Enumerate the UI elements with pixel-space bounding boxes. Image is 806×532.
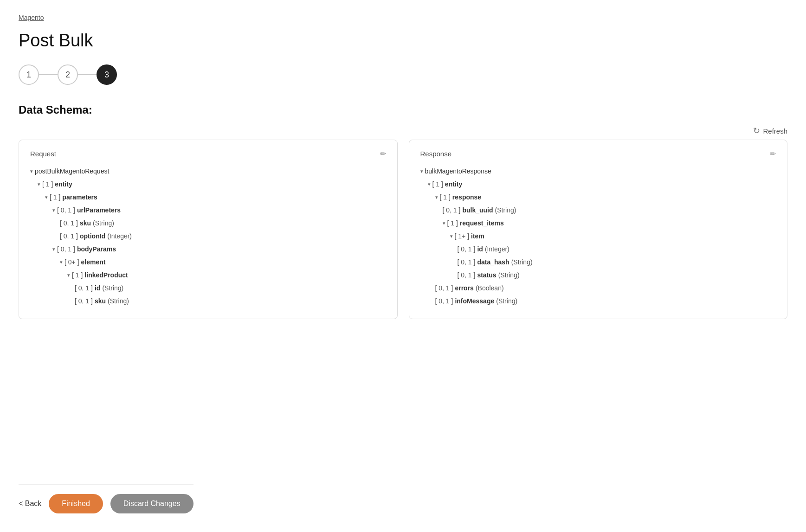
- discard-button[interactable]: Discard Changes: [110, 494, 193, 513]
- chevron-icon[interactable]: ▾: [45, 192, 48, 202]
- tree-row: ▾ [ 0+ ] element: [30, 256, 386, 269]
- step-1[interactable]: 1: [19, 64, 39, 85]
- chevron-icon[interactable]: ▾: [52, 244, 55, 254]
- refresh-icon: ↻: [753, 126, 760, 136]
- step-3[interactable]: 3: [97, 64, 117, 85]
- finished-button[interactable]: Finished: [49, 494, 103, 513]
- tree-row: [ 0, 1 ] infoMessage (String): [420, 295, 776, 308]
- response-edit-icon[interactable]: ✏: [770, 149, 776, 158]
- tree-row: ▾ [ 0, 1 ] bodyParams: [30, 243, 386, 256]
- request-edit-icon[interactable]: ✏: [380, 149, 386, 158]
- response-panel-header: Response ✏: [420, 149, 776, 158]
- tree-row: [ 0, 1 ] optionId (Integer): [30, 230, 386, 243]
- root-name: bulkMagentoResponse: [425, 165, 491, 178]
- tree-row: ▾ [ 1 ] parameters: [30, 191, 386, 204]
- chevron-icon[interactable]: ▾: [443, 218, 445, 228]
- tree-row: [ 0, 1 ] data_hash (String): [420, 256, 776, 269]
- chevron-icon[interactable]: ▾: [450, 231, 453, 241]
- tree-row: [ 0, 1 ] id (String): [30, 282, 386, 295]
- chevron-icon[interactable]: ▾: [428, 179, 431, 189]
- tree-row: ▾ [ 1 ] request_items: [420, 217, 776, 230]
- tree-row: ▾ [ 1 ] response: [420, 191, 776, 204]
- tree-row: [ 0, 1 ] sku (String): [30, 217, 386, 230]
- tree-row: ▾ [ 1 ] entity: [30, 178, 386, 191]
- chevron-icon[interactable]: ▾: [60, 257, 63, 267]
- step-line-2: [78, 74, 97, 75]
- chevron-icon[interactable]: ▾: [30, 166, 33, 176]
- footer: < Back Finished Discard Changes: [19, 484, 193, 513]
- breadcrumb[interactable]: Magento: [19, 14, 787, 21]
- tree-row: [ 0, 1 ] id (Integer): [420, 243, 776, 256]
- schema-panels: Request ✏ ▾ postBulkMagentoRequest ▾ [ 1…: [19, 140, 787, 319]
- tree-row: [ 0, 1 ] errors (Boolean): [420, 282, 776, 295]
- tree-row: ▾ postBulkMagentoRequest: [30, 165, 386, 178]
- response-label: Response: [420, 150, 452, 158]
- tree-row: [ 0, 1 ] status (String): [420, 269, 776, 282]
- stepper: 1 2 3: [19, 64, 787, 85]
- step-2[interactable]: 2: [58, 64, 78, 85]
- tree-row: [ 0, 1 ] bulk_uuid (String): [420, 204, 776, 217]
- request-tree: ▾ postBulkMagentoRequest ▾ [ 1 ] entity …: [30, 165, 386, 308]
- chevron-icon[interactable]: ▾: [38, 179, 40, 189]
- section-title: Data Schema:: [19, 103, 787, 116]
- tree-row: ▾ [ 1 ] linkedProduct: [30, 269, 386, 282]
- tree-row: ▾ [ 1+ ] item: [420, 230, 776, 243]
- request-panel-header: Request ✏: [30, 149, 386, 158]
- refresh-label: Refresh: [763, 127, 787, 135]
- chevron-icon[interactable]: ▾: [420, 166, 423, 176]
- root-name: postBulkMagentoRequest: [35, 165, 109, 178]
- page-title: Post Bulk: [19, 31, 787, 51]
- chevron-icon[interactable]: ▾: [67, 270, 70, 280]
- tree-row: ▾ bulkMagentoResponse: [420, 165, 776, 178]
- back-button[interactable]: < Back: [19, 500, 41, 508]
- response-panel: Response ✏ ▾ bulkMagentoResponse ▾ [ 1 ]…: [409, 140, 788, 319]
- tree-row: ▾ [ 1 ] entity: [420, 178, 776, 191]
- tree-row: ▾ [ 0, 1 ] urlParameters: [30, 204, 386, 217]
- chevron-icon[interactable]: ▾: [52, 205, 55, 215]
- response-tree: ▾ bulkMagentoResponse ▾ [ 1 ] entity ▾ […: [420, 165, 776, 308]
- chevron-icon[interactable]: ▾: [435, 192, 438, 202]
- tree-row: [ 0, 1 ] sku (String): [30, 295, 386, 308]
- refresh-button[interactable]: ↻ Refresh: [19, 126, 787, 136]
- request-panel: Request ✏ ▾ postBulkMagentoRequest ▾ [ 1…: [19, 140, 398, 319]
- request-label: Request: [30, 150, 56, 158]
- step-line-1: [39, 74, 58, 75]
